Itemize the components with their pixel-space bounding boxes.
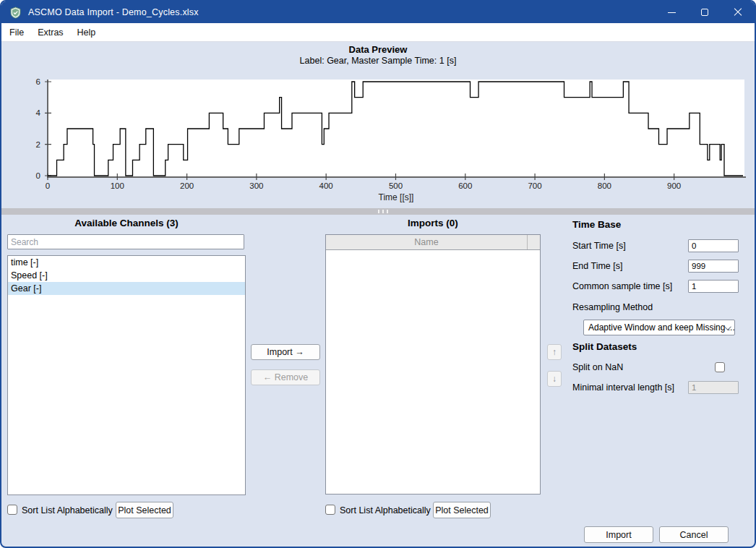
- app-icon: [9, 7, 22, 19]
- common-sample-time-label: Common sample time [s]: [572, 281, 672, 291]
- split-on-nan-label: Split on NaN: [572, 362, 623, 372]
- menu-help[interactable]: Help: [72, 25, 105, 40]
- y-tick-label: 2: [36, 140, 40, 149]
- x-tick-label: 500: [389, 181, 403, 190]
- split-datasets-heading: Split Datasets: [572, 341, 637, 352]
- menu-file[interactable]: File: [4, 25, 33, 40]
- time-base-heading: Time Base: [572, 219, 621, 230]
- channel-item[interactable]: Gear [-]: [8, 282, 245, 295]
- imports-table-header: Name: [326, 235, 540, 250]
- channel-item[interactable]: time [-]: [8, 256, 245, 269]
- end-time-input[interactable]: [688, 260, 739, 273]
- y-tick-label: 0: [36, 171, 40, 180]
- imports-table[interactable]: Name: [325, 234, 541, 495]
- preview-chart: 01002003004005006007008009000246Time [[s…: [1, 43, 755, 207]
- app-window: ASCMO Data Import - Demo_Cycles.xlsx Fil…: [0, 0, 756, 548]
- menu-bar: File Extras Help: [1, 23, 755, 42]
- x-tick-label: 100: [111, 181, 124, 190]
- x-tick-label: 900: [667, 181, 681, 190]
- maximize-button[interactable]: [688, 1, 721, 23]
- maximize-icon: [701, 9, 708, 16]
- splitter-grip-icon: [378, 210, 388, 213]
- horizontal-splitter[interactable]: [1, 208, 755, 215]
- imports-heading: Imports (0): [325, 218, 541, 228]
- channel-list[interactable]: time [-]Speed [-]Gear [-]: [7, 255, 246, 495]
- minimal-interval-label: Minimal interval length [s]: [572, 382, 674, 393]
- sort-imports-checkbox[interactable]: [325, 505, 335, 515]
- start-time-input[interactable]: [688, 239, 739, 252]
- x-tick-label: 400: [319, 181, 333, 190]
- resampling-method-label: Resampling Method: [572, 302, 653, 312]
- close-icon: [734, 8, 742, 17]
- sort-imports-label: Sort List Alphabetically: [340, 505, 431, 515]
- available-channels-heading: Available Channels (3): [7, 218, 246, 228]
- sort-channels-checkbox[interactable]: [7, 505, 17, 515]
- x-tick-label: 300: [249, 181, 263, 190]
- channel-item[interactable]: Speed [-]: [8, 269, 245, 282]
- imports-name-column-header[interactable]: Name: [326, 235, 527, 249]
- x-tick-label: 800: [598, 181, 611, 190]
- x-tick-label: 600: [458, 181, 472, 190]
- y-tick-label: 6: [36, 77, 40, 86]
- minimize-icon: [668, 12, 676, 13]
- sort-channels-label: Sort List Alphabetically: [22, 505, 113, 515]
- end-time-label: End Time [s]: [572, 261, 622, 271]
- import-button[interactable]: Import: [584, 526, 653, 543]
- plot-selected-channels-button[interactable]: Plot Selected: [116, 502, 173, 518]
- x-tick-label: 0: [46, 181, 50, 190]
- close-button[interactable]: [721, 1, 755, 23]
- x-tick-label: 700: [528, 181, 541, 190]
- window-title: ASCMO Data Import - Demo_Cycles.xlsx: [28, 7, 199, 17]
- minimize-button[interactable]: [655, 1, 688, 23]
- common-sample-time-input[interactable]: [688, 280, 739, 293]
- start-time-label: Start Time [s]: [572, 241, 626, 251]
- remove-channel-button[interactable]: ← Remove: [251, 369, 320, 385]
- resampling-method-value: Adaptive Window and keep Missing ...: [588, 322, 735, 333]
- import-channel-button[interactable]: Import →: [251, 344, 320, 360]
- arrow-up-icon: ↑: [552, 347, 557, 357]
- plot-selected-imports-button[interactable]: Plot Selected: [433, 502, 491, 518]
- arrow-down-icon: ↓: [552, 374, 557, 384]
- cancel-button[interactable]: Cancel: [659, 526, 729, 543]
- data-preview-panel: Data Preview Label: Gear, Master Sample …: [1, 43, 755, 207]
- x-axis-label: Time [[s]]: [379, 192, 414, 202]
- split-on-nan-checkbox[interactable]: [715, 362, 725, 372]
- move-down-button[interactable]: ↓: [547, 371, 562, 387]
- y-tick-label: 4: [36, 108, 41, 117]
- resampling-method-select[interactable]: Adaptive Window and keep Missing ...: [583, 320, 735, 335]
- imports-header-cap: [527, 235, 540, 249]
- menu-extras[interactable]: Extras: [33, 25, 72, 40]
- x-tick-label: 200: [180, 181, 194, 190]
- move-up-button[interactable]: ↑: [547, 344, 562, 360]
- minimal-interval-input: [688, 381, 739, 394]
- search-input[interactable]: [7, 234, 244, 249]
- title-bar: ASCMO Data Import - Demo_Cycles.xlsx: [1, 1, 755, 23]
